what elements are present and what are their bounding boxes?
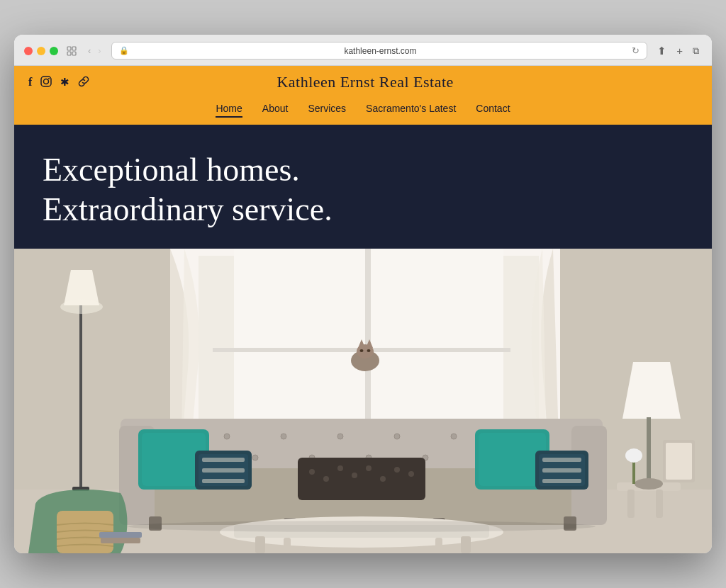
browser-window: ‹ › 🔒 kathleen-ernst.com ↻ ⬆ + ⧉ f bbox=[14, 35, 712, 553]
svg-point-77 bbox=[635, 478, 663, 490]
minimize-button[interactable] bbox=[37, 47, 45, 55]
svg-rect-4 bbox=[41, 77, 51, 86]
svg-rect-84 bbox=[99, 532, 142, 538]
svg-point-6 bbox=[48, 78, 50, 79]
new-tab-button[interactable]: + bbox=[674, 43, 686, 58]
svg-point-55 bbox=[352, 473, 357, 478]
lock-icon: 🔒 bbox=[119, 46, 129, 55]
site-header: f ✱ bbox=[14, 66, 712, 125]
hero-text-area: Exceptional homes. Extraordinary service… bbox=[14, 125, 712, 248]
share-button[interactable]: ⬆ bbox=[654, 43, 669, 59]
nav-sacramento[interactable]: Sacramento's Latest bbox=[366, 103, 456, 118]
hero-image bbox=[14, 249, 712, 553]
hero-headline: Exceptional homes. Extraordinary service… bbox=[43, 150, 683, 228]
nav-services[interactable]: Services bbox=[308, 103, 346, 118]
svg-rect-69 bbox=[255, 536, 265, 553]
svg-point-32 bbox=[394, 434, 400, 439]
site-nav: Home About Services Sacramento's Latest … bbox=[28, 97, 698, 125]
svg-rect-64 bbox=[542, 458, 581, 462]
hero-section: Exceptional homes. Extraordinary service… bbox=[14, 125, 712, 553]
tab-manage-button[interactable]: ⧉ bbox=[690, 44, 702, 58]
yelp-icon[interactable]: ✱ bbox=[60, 76, 69, 89]
svg-point-5 bbox=[44, 79, 49, 84]
hero-line-1: Exceptional homes. bbox=[43, 152, 300, 188]
nav-home[interactable]: Home bbox=[216, 103, 242, 118]
svg-rect-50 bbox=[202, 479, 245, 483]
svg-point-35 bbox=[252, 455, 258, 460]
svg-point-52 bbox=[309, 469, 315, 475]
svg-rect-72 bbox=[435, 538, 442, 552]
hero-line-2: Extraordinary service. bbox=[43, 191, 333, 227]
traffic-lights bbox=[24, 47, 58, 55]
svg-rect-49 bbox=[202, 468, 245, 473]
close-button[interactable] bbox=[24, 47, 33, 55]
svg-point-33 bbox=[451, 434, 457, 439]
svg-rect-66 bbox=[542, 479, 581, 483]
forward-button[interactable]: › bbox=[95, 44, 104, 57]
svg-rect-2 bbox=[67, 52, 71, 55]
svg-point-17 bbox=[60, 300, 103, 314]
svg-rect-16 bbox=[79, 305, 82, 490]
svg-point-53 bbox=[323, 476, 329, 482]
social-icons: f ✱ bbox=[28, 76, 89, 89]
svg-rect-3 bbox=[72, 52, 76, 55]
site-title: Kathleen Ernst Real Estate bbox=[89, 73, 641, 91]
svg-point-86 bbox=[128, 521, 596, 532]
svg-rect-82 bbox=[666, 443, 692, 480]
svg-point-59 bbox=[408, 471, 414, 477]
svg-point-30 bbox=[281, 434, 286, 439]
svg-rect-48 bbox=[202, 458, 245, 462]
nav-contact[interactable]: Contact bbox=[476, 103, 510, 118]
svg-point-79 bbox=[625, 448, 642, 463]
svg-rect-51 bbox=[298, 458, 425, 500]
back-button[interactable]: ‹ bbox=[85, 44, 94, 57]
svg-point-56 bbox=[366, 465, 372, 471]
url-text: kathleen-ernst.com bbox=[133, 46, 628, 56]
svg-rect-74 bbox=[627, 490, 635, 518]
browser-chrome: ‹ › 🔒 kathleen-ernst.com ↻ ⬆ + ⧉ bbox=[14, 35, 712, 66]
svg-rect-75 bbox=[656, 490, 663, 518]
nav-arrows: ‹ › bbox=[85, 44, 104, 57]
svg-rect-1 bbox=[72, 47, 76, 50]
nav-about[interactable]: About bbox=[262, 103, 289, 118]
svg-point-57 bbox=[380, 476, 386, 482]
svg-rect-85 bbox=[101, 538, 140, 543]
svg-point-24 bbox=[367, 349, 371, 352]
reload-button[interactable]: ↻ bbox=[632, 45, 640, 56]
facebook-icon[interactable]: f bbox=[28, 76, 32, 89]
maximize-button[interactable] bbox=[50, 47, 58, 55]
living-room-illustration bbox=[14, 249, 712, 553]
svg-rect-70 bbox=[461, 536, 471, 553]
svg-point-54 bbox=[337, 465, 343, 471]
header-top: f ✱ bbox=[28, 73, 698, 97]
link-icon[interactable] bbox=[78, 76, 89, 89]
svg-rect-0 bbox=[67, 47, 71, 50]
instagram-icon[interactable] bbox=[40, 76, 52, 89]
svg-rect-65 bbox=[542, 468, 581, 473]
svg-rect-71 bbox=[284, 538, 291, 552]
svg-point-29 bbox=[224, 434, 230, 439]
address-bar[interactable]: 🔒 kathleen-ernst.com ↻ bbox=[111, 42, 648, 60]
window-icon[interactable] bbox=[65, 45, 78, 57]
website-content: f ✱ bbox=[14, 66, 712, 553]
svg-point-23 bbox=[360, 349, 364, 352]
browser-actions: ⬆ + ⧉ bbox=[654, 43, 702, 59]
svg-rect-76 bbox=[647, 417, 651, 482]
svg-point-58 bbox=[394, 467, 400, 473]
svg-point-31 bbox=[337, 434, 343, 439]
